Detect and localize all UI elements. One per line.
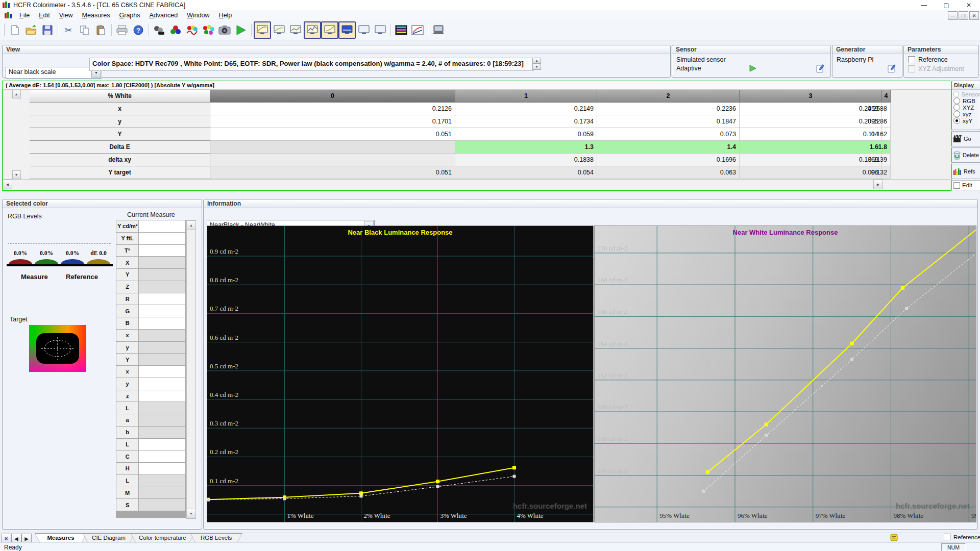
table-cell[interactable]: 1.3 [455,141,597,154]
table-cell[interactable]: 0.2286 [882,115,891,128]
table-cell[interactable]: 1.4 [597,141,740,154]
table-cell[interactable]: 1.6 [740,141,882,154]
measure-row-value[interactable] [139,281,186,293]
tab-rgb-levels[interactable]: RGB Levels [190,533,242,543]
configure-generator-icon[interactable] [888,64,897,73]
tab-color-temperature[interactable]: Color temperature [131,533,194,543]
near-black-chart[interactable]: hcfr.sourceforge.net0.1 cd m-20.2 cd m-2… [207,226,594,522]
display-radio-rgb[interactable]: RGB [953,97,980,104]
measure-row-value[interactable] [139,330,186,342]
radio-icon[interactable] [953,97,960,104]
menu-window[interactable]: Window [182,11,214,20]
view-chart-button[interactable] [409,22,426,38]
minimize-icon[interactable]: — [913,0,935,10]
table-cell[interactable]: 0.1734 [455,115,597,128]
radio-icon[interactable] [953,104,960,111]
measure-row-value[interactable] [139,293,186,306]
measure-row-value[interactable] [139,245,186,257]
measure-row-value[interactable] [139,439,186,451]
table-cell[interactable]: 0.054 [455,166,597,179]
menu-advanced[interactable]: Advanced [145,11,183,20]
table-cell[interactable]: 0.1847 [597,115,740,128]
scroll-right-icon[interactable]: ▶ [873,180,883,189]
open-file-button[interactable] [23,22,39,38]
view-monitor-button[interactable] [271,22,287,38]
paste-button[interactable] [93,22,109,38]
new-file-button[interactable] [7,22,23,38]
save-file-button[interactable] [39,22,56,38]
print-button[interactable] [114,22,130,38]
help-button[interactable]: ? [130,22,146,38]
table-cell[interactable]: 0.1696 [597,154,740,166]
table-cell[interactable]: 0.1701 [210,115,455,128]
mdi-minimize-icon[interactable]: — [948,11,958,20]
measure-row-value[interactable] [139,233,186,245]
column-header-2[interactable]: 2 [597,90,740,103]
menu-graphs[interactable]: Graphs [115,11,145,20]
table-cell[interactable]: 0.132 [882,166,891,179]
table-cell[interactable]: 0.1838 [455,154,597,166]
radio-icon[interactable] [953,111,960,117]
column-header-4[interactable]: 4 [882,90,891,103]
vertical-scrollbar[interactable]: ▲▼ [3,90,30,179]
table-cell[interactable]: 0.2095 [740,115,882,128]
measure-row-value[interactable] [139,487,186,499]
edit-checkbox[interactable]: Edit [951,180,980,190]
table-cell[interactable]: 0.162 [882,128,891,141]
tab-measures[interactable]: Measures [35,533,87,543]
measure-row-value[interactable] [139,499,186,511]
configure-sensor-icon[interactable] [816,64,825,73]
column-header-0[interactable]: 0 [210,90,455,103]
cut-button[interactable]: ✂ [60,22,77,38]
bottom-reference-checkbox[interactable]: Reference [944,534,980,540]
menu-view[interactable]: View [55,11,78,20]
menu-file[interactable]: File [15,11,34,20]
near-white-chart[interactable]: hcfr.sourceforge.net156 cd m-2158 cd m-2… [594,226,976,522]
view-gamma-button[interactable] [304,21,321,39]
radio-icon[interactable] [953,117,960,124]
column-header-3[interactable]: 3 [740,90,882,103]
reference-checkbox[interactable]: Reference [908,56,948,63]
measure-row-value[interactable] [139,354,186,366]
scroll-left-icon[interactable]: ◀ [3,180,12,189]
view-monitor-button[interactable] [372,22,388,38]
tab-cie-diagram[interactable]: CIE Diagram [83,533,135,543]
sensor-settings-button[interactable] [151,22,167,38]
checkbox-icon[interactable] [908,56,915,63]
spinner-down-icon[interactable]: ▼ [532,64,541,70]
table-cell[interactable]: 0.051 [210,128,455,141]
table-cell[interactable]: 0.2236 [597,103,740,115]
scroll-up-icon[interactable]: ▲ [186,220,196,230]
measure-row-value[interactable] [139,450,186,463]
measure-row-value[interactable] [139,390,186,403]
close-icon[interactable]: ✕ [958,0,980,10]
rgb-measure-button[interactable] [167,22,184,38]
display-radio-xyz[interactable]: xyz [953,111,980,117]
checkbox-icon[interactable] [944,534,950,540]
measure-row-value[interactable] [139,317,186,330]
mdi-close-icon[interactable]: ✕ [969,11,979,20]
info-spinner[interactable]: ▲▼ [532,58,541,70]
spinner-up-icon[interactable]: ▲ [532,58,541,64]
measure-row-value[interactable] [139,257,186,269]
view-nearblack-nearwhite-button[interactable] [321,21,338,39]
measure-row-value[interactable] [139,366,186,378]
horizontal-scrollbar[interactable]: ◀ ▶ [3,179,951,189]
column-header-1[interactable]: 1 [455,90,597,103]
table-cell[interactable]: 0.059 [455,128,597,141]
table-cell[interactable]: 0.051 [210,166,455,179]
copy-button[interactable] [77,22,93,38]
table-cell[interactable]: 0.2126 [210,103,455,115]
menu-help[interactable]: Help [214,11,237,20]
measure-row-value[interactable] [139,305,186,317]
view-rgb-levels-button[interactable] [338,21,356,39]
maximize-icon[interactable]: ▢ [935,0,958,10]
measure-row-value[interactable] [139,220,186,233]
capture-button[interactable] [216,22,233,38]
measure-row-value[interactable] [139,427,186,439]
table-cell[interactable] [210,154,455,166]
table-cell[interactable]: 0.073 [597,128,740,141]
measure-row-value[interactable] [139,414,186,427]
view-monitor-button[interactable] [356,22,372,38]
table-cell[interactable]: 0.2459 [740,103,882,115]
